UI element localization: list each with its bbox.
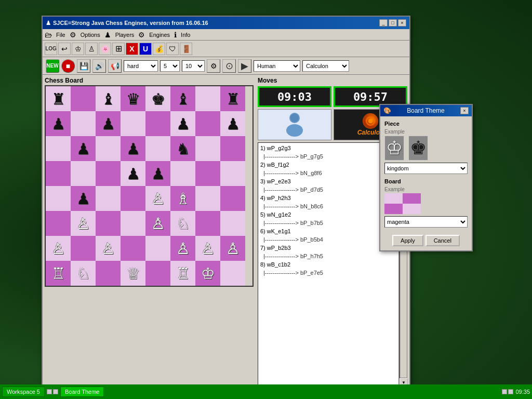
toolbar-grid[interactable]: ⊞	[112, 43, 125, 55]
minimize-button[interactable]: _	[379, 19, 388, 26]
chess-cell-5-4[interactable]: ♙	[145, 211, 170, 236]
toolbar-log[interactable]: LOG	[45, 43, 57, 55]
toolbar-coins[interactable]: 💰	[153, 43, 165, 55]
stop-button[interactable]: ■	[61, 59, 75, 73]
maximize-button[interactable]: □	[389, 19, 397, 26]
apply-button[interactable]: Apply	[392, 235, 423, 246]
chess-cell-7-6[interactable]: ♔	[195, 261, 220, 286]
settings-button[interactable]: ⚙	[207, 59, 220, 73]
chess-cell-0-3[interactable]: ♛	[121, 86, 145, 111]
chess-cell-5-6[interactable]	[195, 211, 220, 236]
chess-cell-0-6[interactable]	[195, 86, 220, 111]
menu-players[interactable]: Players	[112, 31, 138, 39]
menu-file[interactable]: File	[53, 31, 69, 39]
chess-cell-4-1[interactable]: ♟	[71, 186, 96, 211]
chess-cell-3-7[interactable]	[220, 161, 245, 186]
toolbar-piece1[interactable]: ♔	[72, 43, 84, 55]
chess-cell-1-3[interactable]	[121, 111, 145, 136]
toolbar-piece2[interactable]: ♙	[85, 43, 98, 55]
chess-cell-6-2[interactable]: ♙	[96, 236, 121, 261]
piece-theme-select[interactable]: kingdom classic modern fantasy	[384, 163, 468, 174]
chess-cell-1-1[interactable]	[71, 111, 96, 136]
chess-cell-7-1[interactable]: ♘	[71, 261, 96, 286]
chess-cell-0-5[interactable]: ♝	[170, 86, 195, 111]
chess-cell-5-1[interactable]: ♙	[71, 211, 96, 236]
depth-select[interactable]: 5 3 7	[160, 60, 180, 72]
moves-list[interactable]: 1) wP_g2g3|----------------> bP_g7g52) w…	[258, 142, 399, 387]
chess-cell-0-0[interactable]: ♜	[46, 86, 71, 111]
taskbar-board-theme[interactable]: Board Theme	[60, 387, 104, 397]
chess-cell-6-4[interactable]	[145, 236, 170, 261]
chess-cell-2-4[interactable]	[145, 136, 170, 161]
cancel-button[interactable]: Cancel	[425, 235, 460, 246]
toolbar-exit[interactable]: 🚪	[180, 43, 192, 55]
toolbar-undo[interactable]: ↩	[58, 43, 71, 55]
chess-cell-7-7[interactable]	[220, 261, 245, 286]
chess-cell-7-3[interactable]: ♕	[121, 261, 145, 286]
chess-cell-3-4[interactable]: ♟	[145, 161, 170, 186]
toolbar-shield[interactable]: 🛡	[166, 43, 179, 55]
chess-cell-5-5[interactable]: ♘	[170, 211, 195, 236]
toolbar-x[interactable]: X	[126, 43, 138, 55]
chess-cell-2-7[interactable]	[220, 136, 245, 161]
chess-cell-6-0[interactable]: ♙	[46, 236, 71, 261]
chess-cell-5-2[interactable]	[96, 211, 121, 236]
white-player-select[interactable]: Human Engine	[254, 60, 300, 72]
taskbar-workspace[interactable]: Workspace 5	[2, 387, 45, 397]
chess-cell-6-7[interactable]: ♙	[220, 236, 245, 261]
chess-cell-7-4[interactable]	[145, 261, 170, 286]
chess-cell-4-3[interactable]	[121, 186, 145, 211]
chess-cell-0-7[interactable]: ♜	[220, 86, 245, 111]
chess-cell-2-5[interactable]: ♞	[170, 136, 195, 161]
chess-cell-2-0[interactable]	[46, 136, 71, 161]
chess-cell-3-3[interactable]: ♟	[121, 161, 145, 186]
chess-cell-6-5[interactable]: ♙	[170, 236, 195, 261]
chess-cell-2-3[interactable]: ♟	[121, 136, 145, 161]
chess-cell-2-2[interactable]	[96, 136, 121, 161]
close-button[interactable]: ×	[398, 19, 406, 26]
chess-cell-4-7[interactable]	[220, 186, 245, 211]
chess-cell-1-2[interactable]: ♟	[96, 111, 121, 136]
chess-cell-7-0[interactable]: ♖	[46, 261, 71, 286]
toolbar-u[interactable]: U	[139, 43, 152, 55]
chess-cell-3-5[interactable]	[170, 161, 195, 186]
toolbar-flower[interactable]: 🌸	[99, 43, 111, 55]
sound-button[interactable]: 🔊	[92, 59, 106, 73]
chess-cell-7-2[interactable]	[96, 261, 121, 286]
chess-cell-4-2[interactable]	[96, 186, 121, 211]
chess-cell-1-5[interactable]: ♟	[170, 111, 195, 136]
chess-cell-6-1[interactable]	[71, 236, 96, 261]
chess-cell-3-6[interactable]	[195, 161, 220, 186]
menu-options[interactable]: Options	[77, 31, 103, 39]
chess-cell-0-4[interactable]: ♚	[145, 86, 170, 111]
chess-cell-3-0[interactable]	[46, 161, 71, 186]
chess-cell-7-5[interactable]: ♖	[170, 261, 195, 286]
chess-cell-4-5[interactable]: ♗	[170, 186, 195, 211]
chess-cell-2-1[interactable]: ♟	[71, 136, 96, 161]
new-game-button[interactable]: NEW	[46, 59, 59, 73]
board-color-select[interactable]: magenta green blue brown	[384, 216, 468, 228]
chess-cell-4-0[interactable]	[46, 186, 71, 211]
chess-cell-1-7[interactable]: ♟	[220, 111, 245, 136]
forward-button[interactable]: ⊙	[222, 59, 236, 73]
chess-cell-3-1[interactable]	[71, 161, 96, 186]
chess-cell-1-0[interactable]: ♟	[46, 111, 71, 136]
time-select[interactable]: 10 5 15	[182, 60, 205, 72]
chess-cell-5-3[interactable]	[121, 211, 145, 236]
chess-cell-3-2[interactable]	[96, 161, 121, 186]
difficulty-select[interactable]: hard easy medium	[124, 60, 158, 72]
chess-cell-4-6[interactable]	[195, 186, 220, 211]
theme-close-button[interactable]: ×	[460, 107, 469, 114]
black-player-select[interactable]: Calculon Human Engine	[302, 60, 349, 72]
chess-cell-0-2[interactable]: ♝	[96, 86, 121, 111]
chess-cell-0-1[interactable]	[71, 86, 96, 111]
chess-board[interactable]: ♜♝♛♚♝♜♟♟♟♟♟♟♞♟♟♟♙♗♙♙♘♙♙♙♙♙♖♘♕♖♔	[45, 85, 254, 287]
chess-cell-6-6[interactable]: ♙	[195, 236, 220, 261]
menu-engines[interactable]: Engines	[146, 31, 173, 39]
save-button[interactable]: 💾	[77, 59, 90, 73]
chess-cell-1-4[interactable]	[145, 111, 170, 136]
chess-cell-5-0[interactable]	[46, 211, 71, 236]
speaker-button[interactable]: 📢	[108, 59, 122, 73]
chess-cell-1-6[interactable]	[195, 111, 220, 136]
chess-cell-5-7[interactable]	[220, 211, 245, 236]
